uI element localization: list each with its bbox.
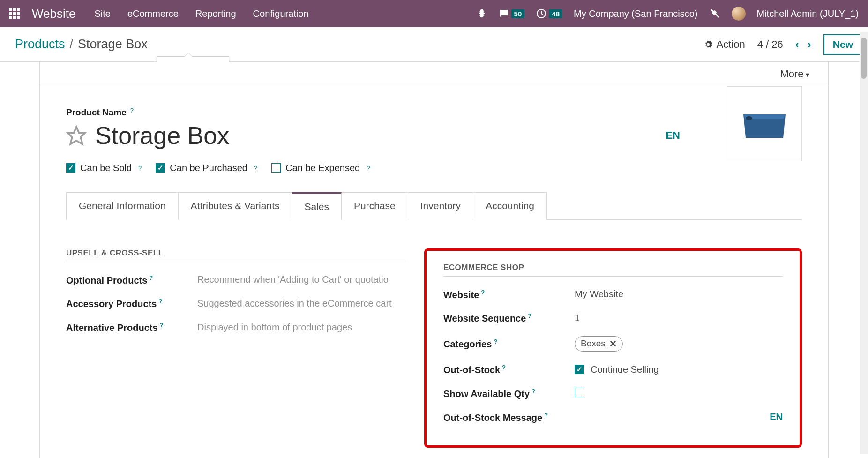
menu-site[interactable]: Site: [94, 8, 110, 19]
check-row: Can be Sold? Can be Purchased? Can be Ex…: [66, 163, 802, 173]
tab-inventory[interactable]: Inventory: [408, 192, 473, 220]
activity-badge: 48: [549, 9, 562, 18]
accessory-products-label: Accessory Products: [66, 299, 157, 309]
optional-products-input[interactable]: Recommend when 'Adding to Cart' or quota…: [197, 274, 389, 285]
gear-icon: [703, 40, 713, 49]
help-icon[interactable]: ?: [149, 274, 153, 281]
alternative-products-label: Alternative Products: [66, 323, 158, 333]
tab-purchase[interactable]: Purchase: [341, 192, 408, 220]
language-button[interactable]: EN: [666, 129, 680, 142]
pager[interactable]: 4 / 26: [757, 38, 783, 51]
show-available-qty-label: Show Available Qty: [443, 388, 530, 398]
help-icon[interactable]: ?: [130, 107, 134, 114]
activity-button[interactable]: 48: [536, 8, 562, 19]
help-icon[interactable]: ?: [502, 364, 506, 371]
can-be-purchased-checkbox[interactable]: Can be Purchased?: [156, 163, 257, 173]
help-icon[interactable]: ?: [158, 298, 162, 305]
product-title[interactable]: Storage Box: [95, 121, 229, 150]
help-icon[interactable]: ?: [254, 165, 257, 172]
continue-selling-label: Continue Selling: [591, 364, 659, 375]
storage-box-icon: [739, 105, 790, 143]
tab-accounting[interactable]: Accounting: [473, 192, 547, 220]
website-value[interactable]: My Website: [575, 289, 623, 300]
action-label: Action: [717, 38, 745, 51]
sheet-header: More: [40, 62, 828, 86]
breadcrumb: Products / Storage Box: [15, 37, 148, 52]
help-icon[interactable]: ?: [544, 412, 548, 419]
categories-label: Categories: [443, 339, 492, 349]
chat-button[interactable]: 50: [498, 8, 525, 19]
upsell-section: UPSELL & CROSS-SELL Optional Products? R…: [66, 248, 424, 448]
scrollbar[interactable]: [860, 32, 868, 454]
tools-icon[interactable]: [709, 8, 720, 19]
language-button[interactable]: EN: [770, 412, 783, 422]
tab-attributes-variants[interactable]: Attributes & Variants: [178, 192, 292, 220]
section-title: ECOMMERCE SHOP: [443, 263, 783, 277]
form-sheet: More Product Name ? Storage Box EN Can b…: [39, 62, 829, 458]
tab-sales[interactable]: Sales: [292, 192, 342, 220]
breadcrumb-leaf: Storage Box: [78, 37, 148, 52]
clock-icon: [536, 8, 547, 19]
user-menu[interactable]: Mitchell Admin (JULY_1): [757, 8, 859, 19]
tab-general-information[interactable]: General Information: [66, 192, 179, 220]
navbar-right: 50 48 My Company (San Francisco) Mitchel…: [477, 7, 859, 21]
section-title: UPSELL & CROSS-SELL: [66, 248, 405, 262]
help-icon[interactable]: ?: [367, 165, 370, 172]
favorite-star-icon[interactable]: [66, 125, 87, 146]
website-sequence-label: Website Sequence: [443, 313, 526, 323]
pager-next[interactable]: ›: [808, 38, 811, 51]
menu-configuration[interactable]: Configuration: [253, 8, 309, 19]
ecommerce-section: ECOMMERCE SHOP Website? My Website Websi…: [424, 248, 802, 448]
action-button[interactable]: Action: [703, 38, 745, 51]
svg-point-4: [746, 116, 752, 120]
menu-ecommerce[interactable]: eCommerce: [127, 8, 179, 19]
continue-selling-checkbox[interactable]: [575, 365, 584, 374]
help-icon[interactable]: ?: [494, 338, 497, 345]
alternative-products-input[interactable]: Displayed in bottom of product pages: [197, 322, 352, 333]
help-icon[interactable]: ?: [481, 289, 485, 296]
help-icon[interactable]: ?: [138, 165, 142, 172]
help-icon[interactable]: ?: [531, 388, 535, 395]
bug-icon[interactable]: [477, 8, 487, 19]
new-button[interactable]: New: [823, 34, 862, 55]
more-button[interactable]: More: [780, 68, 809, 80]
pager-prev[interactable]: ‹: [795, 38, 799, 51]
apps-icon[interactable]: [9, 8, 21, 19]
app-brand[interactable]: Website: [32, 7, 75, 21]
can-be-expensed-checkbox[interactable]: Can be Expensed?: [271, 163, 370, 173]
out-of-stock-label: Out-of-Stock: [443, 365, 500, 375]
help-icon[interactable]: ?: [528, 312, 531, 319]
accessory-products-input[interactable]: Suggested accessories in the eCommerce c…: [197, 298, 392, 309]
main-menu: Site eCommerce Reporting Configuration: [94, 8, 308, 19]
chat-icon: [498, 8, 509, 19]
product-image[interactable]: [727, 86, 802, 161]
breadcrumb-separator: /: [70, 37, 74, 52]
website-sequence-value[interactable]: 1: [575, 313, 580, 323]
optional-products-label: Optional Products: [66, 275, 147, 285]
remove-tag-icon[interactable]: ✕: [609, 338, 617, 349]
control-bar: Products / Storage Box Action 4 / 26 ‹ ›…: [0, 27, 868, 62]
show-available-qty-checkbox[interactable]: [575, 388, 584, 397]
tabs: General Information Attributes & Variant…: [66, 192, 802, 220]
product-name-label: Product Name: [66, 107, 127, 117]
can-be-sold-checkbox[interactable]: Can be Sold?: [66, 163, 142, 173]
company-selector[interactable]: My Company (San Francisco): [574, 8, 698, 19]
menu-reporting[interactable]: Reporting: [195, 8, 236, 19]
breadcrumb-root[interactable]: Products: [15, 37, 65, 52]
help-icon[interactable]: ?: [160, 322, 164, 329]
category-tag[interactable]: Boxes ✕: [575, 336, 623, 352]
top-navbar: Website Site eCommerce Reporting Configu…: [0, 0, 868, 27]
chat-badge: 50: [511, 9, 525, 18]
out-of-stock-message-label: Out-of-Stock Message: [443, 412, 542, 422]
scrollbar-thumb[interactable]: [861, 38, 867, 79]
avatar[interactable]: [732, 7, 746, 21]
svg-marker-1: [68, 127, 85, 144]
website-label: Website: [443, 289, 479, 300]
